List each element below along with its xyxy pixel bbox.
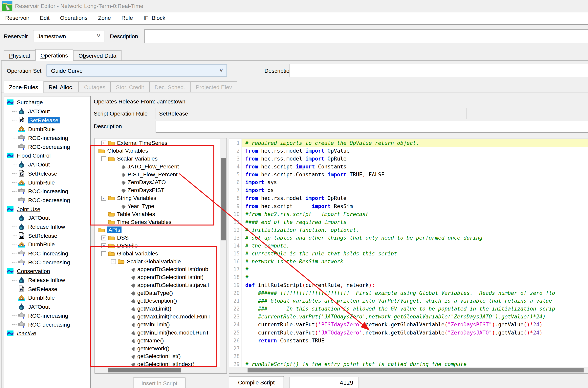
rule-jatoout[interactable]: JATOout [4,107,90,116]
menu-if_block[interactable]: IF_Block [138,12,171,24]
rule-setrelease[interactable]: PYSetRelease [4,169,90,178]
rule-setrelease[interactable]: PYSetRelease [4,284,90,293]
zone-wave-icon [7,331,13,336]
reservoir-description-input[interactable] [145,29,588,43]
subtab-stor-credit[interactable]: Stor. Credit [111,81,149,92]
api-tree-vertical-scrollbar[interactable] [220,138,226,367]
api-node-year-type[interactable]: Year_Type [95,202,219,210]
api-node-getminlimit-[interactable]: getMinLimit() [95,321,219,329]
rule-jatoout[interactable]: JATOout [4,302,90,311]
script-operation-rule-field[interactable] [156,108,467,119]
api-node-global-variables[interactable]: Global Variables [95,147,219,155]
api-node-apis[interactable]: APIs [95,226,219,234]
rule-dumbrule[interactable]: DumbRule [4,124,90,133]
line-number: 25 [229,329,240,337]
api-node-getdescription-[interactable]: getDescription() [95,297,219,305]
rule-setrelease[interactable]: PYSetRelease [4,231,90,240]
collapse-handle-icon[interactable]: - [101,196,106,201]
expand-handle-icon[interactable]: + [101,235,106,240]
collapse-handle-icon[interactable]: - [111,259,116,264]
api-node-appendtoselectionlist-java-l[interactable]: appendToSelectionList(java.l [95,281,219,289]
zone-surcharge[interactable]: Surcharge [4,98,90,107]
collapse-handle-icon[interactable]: - [101,156,106,161]
rule-jatoout[interactable]: JATOout [4,160,90,169]
api-node-getdatatype-[interactable]: getDataType() [95,289,219,297]
api-node-getmaxlimit-hec-model-runt[interactable]: getMaxLimit(hec.model.RunT [95,313,219,321]
rule-roc-decreasing[interactable]: ROC-decreasing [4,142,90,151]
rule-roc-decreasing[interactable]: ROC-decreasing [4,195,90,204]
api-node-time-series-variables[interactable]: Time Series Variables [95,218,219,226]
rule-roc-increasing[interactable]: ROC-increasing [4,187,90,195]
zone-inactive[interactable]: Inactive [4,329,90,338]
reservoir-combobox[interactable]: Jamestown ∨ [33,30,104,42]
api-node-scalar-variables[interactable]: -Scalar Variables [95,155,219,163]
valve-rule-icon [18,250,25,256]
scrollbar-thumb[interactable] [221,158,226,240]
api-node-zerodayspist[interactable]: ZeroDaysPIST [95,187,219,194]
api-node-zerodaysjato[interactable]: ZeroDaysJATO [95,179,219,187]
menu-edit[interactable]: Edit [34,12,55,24]
subtab-rel-alloc-[interactable]: Rel. Alloc. [43,81,79,92]
api-node-global-variables[interactable]: -Global Variables [95,250,219,258]
operation-set-combobox[interactable]: Guide Curve ∨ [47,65,227,77]
api-node-table-variables[interactable]: Table Variables [95,210,219,218]
tab-physical[interactable]: Physical [4,50,35,61]
insert-in-script-button[interactable]: Insert in Script [133,377,186,388]
api-node-string-variables[interactable]: -String Variables [95,194,219,202]
rule-release-inflow[interactable]: Release Inflow [4,222,90,231]
rule-dumbrule[interactable]: DumbRule [4,293,90,302]
editor-horizontal-scrollbar[interactable] [229,367,588,373]
api-node-dss[interactable]: +DSS [95,234,219,242]
rule-roc-increasing[interactable]: ROC-increasing [4,133,90,142]
api-node-getnetwork-[interactable]: getNetwork() [95,345,219,353]
api-node-getselectionlist-[interactable]: getSelectionList() [95,352,219,360]
rule-setrelease[interactable]: PYSetRelease [4,116,90,125]
subtab-projected-elev[interactable]: Projected Elev [191,81,237,92]
api-node-getmaxlimit-[interactable]: getMaxLimit() [95,305,219,313]
collapse-handle-icon[interactable]: - [101,251,106,256]
tab-operations[interactable]: Operations [35,49,73,61]
zone-wave-icon [7,99,13,105]
code-area[interactable]: # required imports to create the OpValue… [242,139,588,368]
zone-conservation[interactable]: Conservation [4,267,90,276]
subtab-zone-rules[interactable]: Zone-Rules [4,81,43,93]
zone-joint-use[interactable]: Joint Use [4,204,90,213]
api-tree-horizontal-scrollbar[interactable] [95,367,226,373]
rule-release-inflow[interactable]: Release Inflow [4,276,90,285]
tab-observed-data[interactable]: Observed Data [73,50,122,61]
zone-flood-control[interactable]: Flood Control [4,151,90,160]
api-node-pist-flow-percent[interactable]: PIST_Flow_Percent [95,171,219,179]
rule-description-input[interactable] [156,121,588,133]
operation-set-description-input[interactable] [290,64,588,77]
scrollbar-thumb[interactable] [108,368,181,373]
api-node-scalar-globalvariable[interactable]: -Scalar GlobalVariable [95,258,219,266]
rule-dumbrule[interactable]: DumbRule [4,178,90,187]
rule-roc-increasing[interactable]: ROC-increasing [4,311,90,320]
rule-roc-increasing[interactable]: ROC-increasing [4,249,90,258]
api-node-jato-flow-percent[interactable]: JATO_Flow_Percent [95,163,219,171]
rule-jatoout[interactable]: JATOout [4,213,90,222]
reservoir-label: Reservoir [4,33,28,39]
subtab-outages[interactable]: Outages [79,81,111,92]
rule-roc-decreasing[interactable]: ROC-decreasing [4,258,90,267]
expand-handle-icon[interactable]: + [101,243,106,248]
api-node-external-timeseries[interactable]: +External TimeSeries [95,139,219,147]
script-editor[interactable]: 1234567891011121314151617181920212223242… [229,138,588,374]
rule-roc-decreasing[interactable]: ROC-decreasing [4,320,90,329]
scrollbar-thumb[interactable] [247,368,584,373]
menu-reservoir[interactable]: Reservoir [0,12,34,24]
api-node-getname-[interactable]: getName() [95,337,219,345]
subtab-dec-sched-[interactable]: Dec. Sched. [149,81,191,92]
menu-operations[interactable]: Operations [55,12,93,24]
rule-dumbrule[interactable]: DumbRule [4,240,90,249]
menu-rule[interactable]: Rule [116,12,138,24]
api-node-appendtoselectionlist-doub[interactable]: appendToSelectionList(doub [95,266,219,273]
line-number: 19 [229,281,240,289]
expand-handle-icon[interactable]: + [101,141,106,146]
api-node-getselectionlistindex-[interactable]: getSelectionListIndex() [95,360,219,367]
menu-zone[interactable]: Zone [93,12,116,24]
api-node-appendtoselectionlist-int-[interactable]: appendToSelectionList(int) [95,273,219,281]
api-node-getminlimit-hec-model-runt[interactable]: getMinLimit(hec.model.RunT [95,329,219,337]
api-node-dssfile[interactable]: +DSSFile [95,242,219,250]
compile-script-button[interactable]: Compile Script [229,376,284,388]
